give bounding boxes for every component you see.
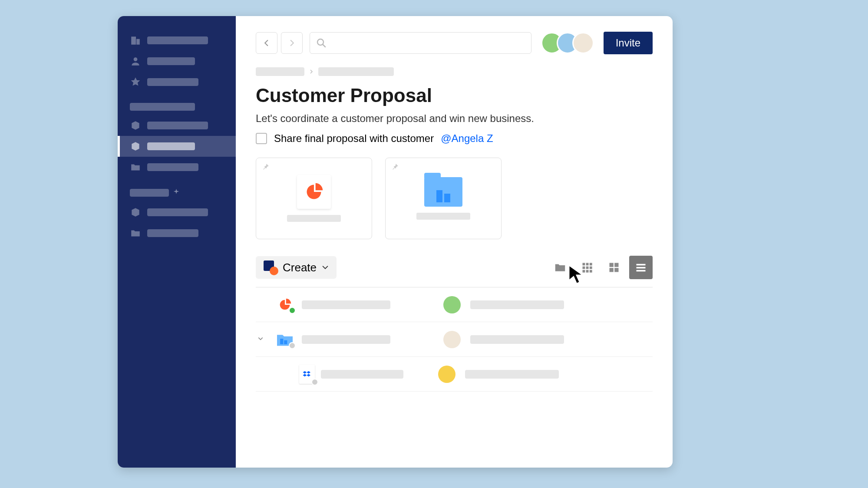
folder-icon (130, 162, 141, 173)
star-icon (130, 76, 141, 88)
search-field[interactable] (310, 32, 531, 54)
sidebar-section-header (130, 189, 169, 197)
svg-rect-22 (284, 340, 287, 344)
sidebar-label-placeholder (147, 57, 195, 65)
breadcrumb-item[interactable] (256, 67, 304, 76)
svg-rect-14 (610, 263, 614, 267)
page-title: Customer Proposal (256, 85, 653, 106)
page-subtitle: Let's coordinate a customer proposal and… (256, 112, 653, 125)
invite-button[interactable]: Invite (604, 32, 653, 54)
status-badge (311, 379, 318, 386)
building-icon (130, 35, 141, 46)
avatar[interactable] (443, 331, 461, 348)
svg-rect-10 (590, 267, 592, 269)
dropbox-icon (302, 369, 312, 379)
sidebar-item-folder-1[interactable] (118, 157, 236, 178)
folder-icon (424, 177, 462, 207)
status-badge (289, 307, 296, 314)
svg-line-4 (323, 44, 325, 47)
sidebar-item-space-1[interactable] (118, 115, 236, 136)
folder-icon (130, 228, 141, 239)
svg-rect-1 (136, 39, 140, 45)
folder-icon (554, 261, 567, 274)
svg-rect-11 (583, 270, 585, 273)
card-label-placeholder (416, 213, 470, 220)
file-name-placeholder (302, 335, 390, 344)
breadcrumb-item[interactable] (318, 67, 394, 76)
svg-rect-18 (637, 264, 646, 266)
chevron-down-icon (322, 264, 329, 271)
sidebar-label-placeholder (147, 163, 198, 171)
sidebar (118, 16, 236, 468)
view-grid-small-button[interactable] (575, 256, 599, 279)
task-label: Share final proposal with customer (274, 132, 434, 145)
svg-rect-16 (610, 268, 614, 272)
create-icon (264, 260, 277, 274)
create-label: Create (283, 261, 317, 274)
grid-small-icon (581, 261, 593, 274)
view-grid-large-button[interactable] (602, 256, 626, 279)
task-checkbox[interactable] (256, 133, 267, 144)
svg-rect-7 (590, 263, 592, 266)
nav-forward-button[interactable] (281, 32, 303, 54)
sidebar-item-space-2[interactable] (118, 202, 236, 223)
list-icon (635, 261, 647, 274)
svg-rect-20 (637, 270, 646, 272)
file-row[interactable] (256, 357, 653, 392)
file-name-placeholder (321, 370, 403, 379)
file-meta-placeholder (465, 370, 559, 379)
sidebar-item-space-active[interactable] (118, 136, 236, 157)
sparkle-icon (172, 188, 181, 198)
file-owner-cell (442, 296, 462, 313)
sidebar-item-org[interactable] (118, 30, 236, 51)
person-icon (130, 56, 141, 67)
pinned-card-presentation[interactable] (256, 158, 372, 239)
sidebar-item-profile[interactable] (118, 51, 236, 72)
svg-rect-17 (614, 268, 618, 272)
mention-link[interactable]: @Angela Z (441, 132, 493, 145)
svg-rect-5 (583, 263, 585, 266)
pinned-card-folder[interactable] (385, 158, 502, 239)
chevron-left-icon (263, 39, 271, 47)
pinned-cards-row (256, 158, 653, 239)
card-label-placeholder (287, 215, 341, 222)
grid-large-icon (608, 261, 620, 274)
chevron-right-icon (288, 39, 296, 47)
status-badge (289, 342, 296, 349)
sidebar-label-placeholder (147, 122, 208, 129)
svg-rect-6 (586, 263, 589, 266)
search-input[interactable] (327, 38, 525, 48)
chevron-right-icon (309, 69, 314, 74)
nav-back-button[interactable] (256, 32, 277, 54)
sidebar-label-placeholder (147, 36, 208, 44)
file-meta-placeholder (470, 300, 564, 309)
sidebar-label-placeholder (147, 142, 195, 150)
sidebar-label-placeholder (147, 208, 208, 216)
svg-rect-8 (583, 267, 585, 269)
chevron-down-icon[interactable] (257, 336, 264, 342)
file-row[interactable] (256, 322, 653, 357)
file-meta-placeholder (470, 335, 564, 344)
search-icon (316, 38, 327, 48)
hexagon-icon (130, 141, 141, 152)
content-toolbar: Create (256, 256, 653, 279)
create-button[interactable]: Create (256, 256, 337, 279)
svg-rect-21 (280, 339, 283, 344)
avatar[interactable] (443, 296, 461, 313)
avatar[interactable] (438, 366, 455, 383)
hexagon-icon (130, 207, 141, 218)
file-row[interactable] (256, 287, 653, 322)
svg-rect-0 (131, 36, 136, 44)
presentation-icon (304, 182, 323, 201)
svg-rect-13 (590, 270, 592, 273)
pin-icon (391, 162, 399, 171)
file-owner-cell (437, 366, 456, 383)
view-list-button[interactable] (629, 256, 653, 279)
sidebar-label-placeholder (147, 78, 198, 86)
sidebar-item-starred[interactable] (118, 72, 236, 92)
task-row: Share final proposal with customer @Ange… (256, 132, 653, 145)
topbar: Invite (256, 32, 653, 54)
view-folder-button[interactable] (548, 256, 572, 279)
avatar[interactable] (572, 32, 594, 54)
sidebar-item-folder-2[interactable] (118, 223, 236, 244)
